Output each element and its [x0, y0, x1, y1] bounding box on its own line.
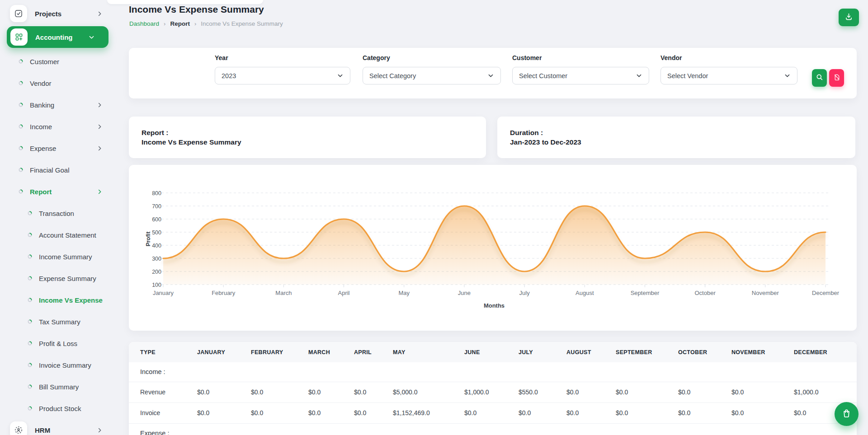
sidebar-item-income-summary[interactable]: Income Summary: [0, 246, 117, 267]
filter-group-year: Year2023: [215, 54, 350, 84]
sidebar-item-bill-summary[interactable]: Bill Summary: [0, 376, 117, 398]
sidebar-item-label: HRM: [35, 426, 50, 434]
cell-value: $550.0: [519, 382, 566, 402]
cell-value: $0.0: [566, 402, 616, 423]
cell-value: $0.0: [566, 382, 616, 402]
sidebar-item-transaction[interactable]: Transaction: [0, 202, 117, 224]
breadcrumb-separator-icon: ›: [194, 20, 196, 27]
sidebar-item-label: Expense: [30, 145, 56, 152]
sidebar-item-account-statement[interactable]: Account Statement: [0, 224, 117, 246]
sidebar-item-income-vs-expense[interactable]: Income Vs Expense: [0, 289, 117, 311]
bullet-icon: [28, 319, 32, 324]
cell-value: $5,000.0: [393, 382, 464, 402]
column-header-june: JUNE: [464, 342, 519, 362]
chevron-down-icon: [337, 72, 344, 79]
sidebar-item-vendor[interactable]: Vendor: [0, 72, 117, 94]
sidebar-item-expense-summary[interactable]: Expense Summary: [0, 267, 117, 289]
filter-select-year[interactable]: 2023: [215, 67, 350, 84]
x-axis-tick-label: November: [752, 290, 779, 296]
x-axis-tick-label: March: [275, 290, 292, 296]
cell-value: $0.0: [731, 402, 794, 423]
bullet-icon: [19, 168, 23, 172]
breadcrumb-current: Income Vs Expense Summary: [201, 20, 283, 27]
cell-value: $0.0: [678, 382, 731, 402]
search-button[interactable]: [812, 69, 827, 87]
sidebar-item-profit-loss[interactable]: Profit & Loss: [0, 332, 117, 354]
sidebar-item-label: Banking: [30, 101, 54, 109]
cell-value: $0.0: [616, 382, 678, 402]
x-axis-tick-label: July: [519, 290, 530, 296]
topbar-search-cutoff: [107, 0, 263, 4]
breadcrumb-report[interactable]: Report: [170, 20, 190, 27]
x-axis-tick-label: May: [398, 290, 410, 296]
column-header-type: TYPE: [129, 342, 197, 362]
duration-card-title: Duration :: [510, 128, 843, 137]
column-header-october: OCTOBER: [678, 342, 731, 362]
sidebar-item-finacial-goal[interactable]: Finacial Goal: [0, 159, 117, 181]
bullet-icon: [28, 298, 32, 302]
column-header-august: AUGUST: [566, 342, 616, 362]
cell-value: $0.0: [354, 402, 393, 423]
cell-value: $1,152,469.0: [393, 402, 464, 423]
y-axis-tick-label: 400: [152, 243, 161, 249]
page-title: Income Vs Expense Summary: [129, 4, 264, 15]
chevron-down-icon: [487, 72, 494, 79]
filter-group-vendor: VendorSelect Vendor: [660, 54, 797, 84]
bullet-icon: [28, 276, 32, 281]
breadcrumb: Dashboard › Report › Income Vs Expense S…: [129, 20, 283, 27]
column-header-september: SEPTEMBER: [616, 342, 678, 362]
sidebar-item-banking[interactable]: Banking: [0, 94, 117, 116]
sidebar-item-tax-summary[interactable]: Tax Summary: [0, 311, 117, 332]
sidebar-item-label: Transaction: [39, 210, 74, 217]
chevron-down-icon: [784, 72, 791, 79]
sidebar-item-expense[interactable]: Expense: [0, 137, 117, 159]
table-section-row-expense: Expense :: [129, 423, 857, 435]
column-header-december: DECEMBER: [794, 342, 857, 362]
column-header-may: MAY: [393, 342, 464, 362]
y-axis-tick-label: 500: [152, 229, 161, 236]
filter-select-category[interactable]: Select Category: [363, 67, 501, 84]
sidebar-item-accounting[interactable]: Accounting: [7, 26, 108, 48]
row-label: Revenue: [129, 382, 197, 402]
bullet-icon: [28, 233, 32, 237]
x-axis-title: Months: [484, 302, 505, 309]
bullet-icon: [19, 189, 23, 194]
sidebar-item-income[interactable]: Income: [0, 116, 117, 137]
chevron-right-icon: [96, 102, 103, 108]
cell-value: $0.0: [731, 382, 794, 402]
column-header-january: JANUARY: [197, 342, 251, 362]
bullet-icon: [19, 146, 23, 150]
sidebar-item-report[interactable]: Report: [0, 181, 117, 202]
sidebar-item-label: Income: [30, 123, 52, 131]
sidebar-item-projects[interactable]: Projects: [0, 3, 117, 24]
filter-select-customer[interactable]: Select Customer: [512, 67, 649, 84]
reset-filter-button[interactable]: [829, 69, 844, 87]
cell-value: $0.0: [519, 402, 566, 423]
bullet-icon: [28, 384, 32, 389]
bullet-icon: [19, 124, 23, 129]
chevron-down-icon: [88, 34, 95, 41]
filter-card: Year2023CategorySelect CategoryCustomerS…: [129, 48, 857, 98]
x-axis-tick-label: October: [694, 290, 716, 296]
sidebar-item-label: Profit & Loss: [39, 340, 77, 347]
cell-value: $1,000.0: [464, 382, 519, 402]
x-axis-tick-label: September: [631, 290, 660, 296]
cell-value: $0.0: [464, 402, 519, 423]
column-header-november: NOVEMBER: [731, 342, 794, 362]
download-button[interactable]: [839, 9, 859, 26]
sidebar: ProjectsAccountingCustomerVendorBankingI…: [0, 0, 117, 435]
sidebar-item-product-stock[interactable]: Product Stock: [0, 398, 117, 419]
breadcrumb-dashboard[interactable]: Dashboard: [129, 20, 159, 27]
filter-select-vendor[interactable]: Select Vendor: [660, 67, 797, 84]
cell-value: $0.0: [308, 382, 354, 402]
bullet-icon: [19, 59, 23, 64]
sidebar-item-label: Expense Summary: [39, 275, 96, 282]
y-axis-tick-label: 600: [152, 216, 161, 223]
bullet-icon: [28, 363, 32, 367]
sidebar-item-customer[interactable]: Customer: [0, 51, 117, 72]
sidebar-item-invoice-summary[interactable]: Invoice Summary: [0, 354, 117, 376]
filter-label: Category: [363, 54, 501, 61]
sidebar-item-hrm[interactable]: HRM: [0, 419, 117, 435]
x-axis-tick-label: February: [212, 290, 236, 296]
shopping-bag-fab[interactable]: [835, 402, 859, 426]
